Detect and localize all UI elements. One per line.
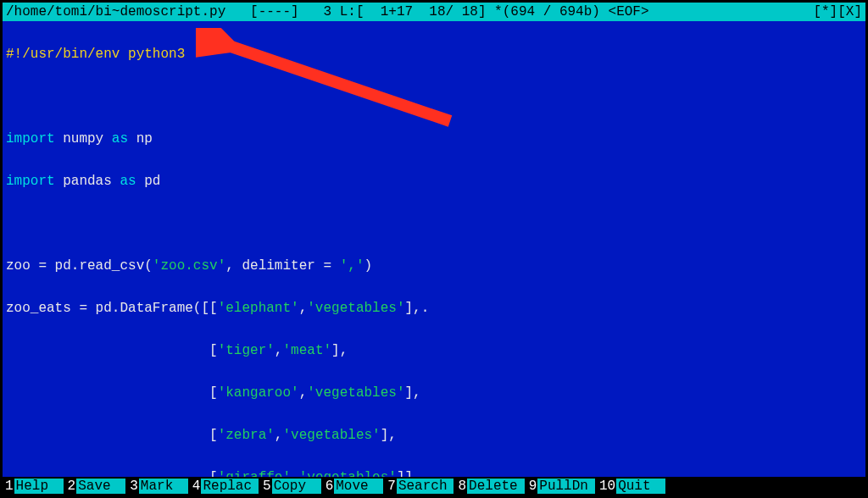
fkey-delete[interactable]: 8Delete — [457, 479, 524, 494]
string-literal: 'vegetables' — [307, 301, 404, 316]
fkey-label: Save — [76, 479, 125, 494]
string-literal: ',' — [340, 258, 364, 274]
fkey-mark[interactable]: 3Mark — [129, 479, 188, 494]
fkey-move[interactable]: 6Move — [325, 479, 384, 494]
fkey-label: Help — [14, 479, 64, 494]
code-text: zoo_eats = pd.DataFrame([[ — [6, 301, 218, 316]
fkey-label: Replac — [201, 479, 259, 494]
fkey-num: 1 — [4, 479, 14, 494]
code-text: pd — [136, 174, 161, 189]
fkey-replace[interactable]: 4Replac — [192, 479, 259, 494]
fkey-num: 7 — [387, 479, 397, 494]
fkey-save[interactable]: 2Save — [67, 479, 126, 494]
fkey-label: Delete — [467, 479, 525, 494]
code-editor[interactable]: #!/usr/bin/env python3 import numpy as n… — [3, 21, 865, 477]
string-literal: 'vegetables' — [299, 470, 397, 477]
keyword-import: import — [6, 131, 55, 147]
string-literal: 'meat' — [282, 343, 331, 358]
fkey-label: Move — [334, 479, 383, 494]
string-literal: 'tiger' — [218, 343, 275, 358]
code-text: [ — [6, 470, 218, 477]
fkey-copy[interactable]: 5Copy — [262, 479, 321, 494]
code-text: [ — [6, 385, 218, 401]
fkey-num: 2 — [67, 479, 77, 494]
file-path: /home/tomi/bi~demoscript.py — [6, 3, 225, 20]
window-controls[interactable]: [*][X] — [813, 3, 862, 20]
fkey-num: 10 — [598, 479, 616, 494]
keyword-as: as — [120, 174, 136, 189]
string-literal: 'elephant' — [218, 301, 299, 316]
fkey-num: 4 — [192, 479, 202, 494]
fkey-num: 5 — [262, 479, 272, 494]
shebang-line: #!/usr/bin/env python3 — [6, 47, 185, 62]
title-bar: /home/tomi/bi~demoscript.py [----] 3 L:[… — [3, 3, 865, 21]
blank-line — [6, 86, 862, 108]
mcedit-window: /home/tomi/bi~demoscript.py [----] 3 L:[… — [0, 0, 868, 498]
code-text: np — [128, 131, 153, 147]
status-info: [----] 3 L:[ 1+17 18/ 18] *(694 / 694b) … — [225, 3, 813, 20]
code-text: , delimiter = — [225, 258, 339, 274]
fkey-quit[interactable]: 10Quit — [598, 479, 665, 494]
code-text: ) — [364, 258, 372, 274]
fkey-search[interactable]: 7Search — [387, 479, 453, 494]
code-text: [ — [6, 343, 218, 358]
fkey-num: 9 — [528, 479, 538, 494]
code-text: [ — [6, 428, 218, 443]
fkey-num: 6 — [325, 479, 335, 494]
string-literal: 'vegetables' — [282, 428, 380, 443]
code-text: , — [291, 470, 299, 477]
keyword-import: import — [6, 174, 55, 189]
code-text: pandas — [55, 174, 120, 189]
function-key-bar: 1Help 2Save 3Mark 4Replac 5Copy 6Move 7S… — [3, 477, 865, 495]
blank-line — [6, 213, 862, 235]
fkey-label: Copy — [272, 479, 321, 494]
code-text: numpy — [55, 131, 112, 147]
string-literal: 'giraffe' — [218, 470, 291, 477]
fkey-label: Search — [397, 479, 454, 494]
code-text: ], — [381, 428, 397, 443]
code-text: ],. — [404, 301, 429, 316]
fkey-pulldn[interactable]: 9PullDn — [528, 479, 595, 494]
string-literal: 'vegetables' — [307, 385, 404, 401]
string-literal: 'zebra' — [218, 428, 275, 443]
code-text: ], — [404, 385, 420, 401]
code-text: ]], — [397, 470, 421, 477]
code-text: zoo = pd.read_csv( — [6, 258, 153, 274]
fkey-num: 3 — [129, 479, 139, 494]
fkey-label: Mark — [139, 479, 188, 494]
fkey-help[interactable]: 1Help — [4, 479, 64, 494]
fkey-label: Quit — [616, 479, 665, 494]
code-text: , — [299, 301, 308, 316]
code-text: ], — [331, 343, 348, 358]
keyword-as: as — [112, 131, 128, 147]
code-text: , — [299, 385, 308, 401]
string-literal: 'kangaroo' — [218, 385, 299, 401]
fkey-num: 8 — [457, 479, 467, 494]
fkey-label: PullDn — [537, 479, 595, 494]
string-literal: 'zoo.csv' — [153, 258, 225, 274]
